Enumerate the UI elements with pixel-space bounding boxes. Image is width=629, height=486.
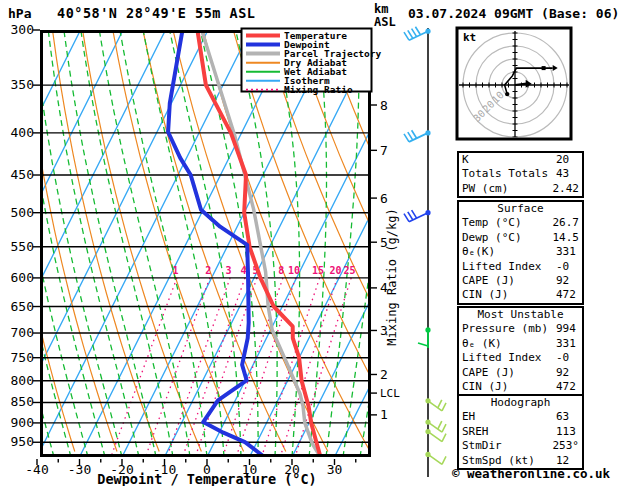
- mixing-ratio-axis-title: Mixing Ratio (g/kg): [385, 208, 399, 345]
- indices-label: SREH: [462, 425, 556, 439]
- indices-value: 92: [556, 366, 579, 380]
- km-tick-label: 2: [380, 367, 388, 382]
- mixing-ratio-label: 10: [288, 265, 300, 276]
- mixing-ratio-label: 15: [312, 265, 324, 276]
- indices-label: Temp (°C): [462, 216, 553, 230]
- indices-value: 14.5: [553, 231, 580, 245]
- legend-label: Mixing Ratio: [284, 84, 353, 95]
- mixing-ratio-line: [296, 278, 351, 455]
- indices-value: 26.7: [553, 216, 580, 230]
- indices-row: CIN (J)472: [459, 288, 582, 302]
- wet-adiabat-line: [0, 30, 3, 457]
- indices-row: CIN (J)472: [459, 380, 582, 394]
- indices-label: CAPE (J): [462, 366, 556, 380]
- temp-tick-label: 30: [327, 462, 343, 477]
- indices-label: PW (cm): [462, 182, 553, 196]
- indices-section-header: Surface: [459, 202, 582, 216]
- indices-box: HodographEH63SREH113StmDir253°StmSpd (kt…: [457, 394, 584, 470]
- indices-label: Lifted Index: [462, 260, 556, 274]
- indices-section-header: Hodograph: [459, 396, 582, 410]
- indices-value: 331: [556, 337, 579, 351]
- indices-row: Lifted Index-0: [459, 260, 582, 274]
- indices-row: θₑ(K)331: [459, 245, 582, 259]
- indices-row: Totals Totals43: [459, 167, 582, 181]
- indices-row: SREH113: [459, 425, 582, 439]
- indices-box: SurfaceTemp (°C)26.7Dewp (°C)14.5θₑ(K)33…: [457, 200, 584, 305]
- x-axis-title: Dewpoint / Temperature (°C): [97, 471, 316, 486]
- wind-barb: [418, 327, 431, 348]
- km-tick-label: 7: [380, 143, 388, 158]
- pressure-tick-label: 650: [11, 299, 34, 314]
- indices-label: CIN (J): [462, 380, 556, 394]
- indices-value: 20: [556, 153, 579, 167]
- wind-barb: [404, 210, 431, 222]
- temp-tick-label: -40: [25, 462, 48, 477]
- indices-box: K20Totals Totals43PW (cm)2.42: [457, 151, 584, 198]
- indices-row: θₑ (K)331: [459, 337, 582, 351]
- indices-value: 63: [556, 410, 579, 424]
- indices-label: Lifted Index: [462, 351, 556, 365]
- km-tick-label: 1: [380, 407, 388, 422]
- pressure-tick-label: 350: [11, 77, 34, 92]
- indices-label: K: [462, 153, 556, 167]
- indices-label: θₑ (K): [462, 337, 556, 351]
- hodograph: 102030kt: [457, 28, 571, 139]
- indices-label: θₑ(K): [462, 245, 556, 259]
- pressure-tick-label: 550: [11, 239, 34, 254]
- chart-legend: TemperatureDewpointParcel TrajectoryDry …: [242, 29, 382, 96]
- indices-row: PW (cm)2.42: [459, 182, 582, 196]
- wet-adiabat-line: [81, 30, 173, 457]
- indices-row: CAPE (J)92: [459, 366, 582, 380]
- indices-row: StmDir253°: [459, 439, 582, 453]
- indices-value: 12: [556, 454, 579, 468]
- sounding-page: hPa 40°58'N 28°49'E 55m ASL kmASL 03.07.…: [0, 0, 629, 486]
- mixing-ratio-label: 8: [278, 265, 284, 276]
- indices-row: K20: [459, 153, 582, 167]
- indices-label: CAPE (J): [462, 274, 556, 288]
- indices-label: Totals Totals: [462, 167, 556, 181]
- pressure-tick-label: 300: [11, 22, 34, 37]
- dry-adiabat-line: [83, 30, 202, 452]
- wet-adiabat-line: [34, 30, 123, 457]
- pressure-tick-label: 500: [11, 205, 34, 220]
- temp-tick-label: -30: [68, 462, 91, 477]
- pressure-tick-label: 750: [11, 350, 34, 365]
- indices-label: StmDir: [462, 439, 553, 453]
- mixing-ratio-label: 3: [226, 265, 232, 276]
- indices-value: 92: [556, 274, 579, 288]
- wind-barb-column: [404, 27, 446, 477]
- indices-row: Temp (°C)26.7: [459, 216, 582, 230]
- pressure-tick-label: 900: [11, 415, 34, 430]
- km-tick-label: 8: [380, 98, 388, 113]
- indices-row: Lifted Index-0: [459, 351, 582, 365]
- indices-box: Most UnstablePressure (mb)994θₑ (K)331Li…: [457, 306, 584, 396]
- mixing-ratio-label: 4: [240, 265, 246, 276]
- mixing-ratio-label: 1: [172, 265, 178, 276]
- pressure-tick-label: 800: [11, 373, 34, 388]
- indices-value: -0: [556, 260, 579, 274]
- pressure-tick-label: 600: [11, 270, 34, 285]
- indices-value: 113: [556, 425, 579, 439]
- wind-barb: [404, 27, 431, 40]
- indices-value: 472: [556, 288, 579, 302]
- indices-value: 331: [556, 245, 579, 259]
- mixing-ratio-label: 2: [205, 265, 211, 276]
- indices-label: EH: [462, 410, 556, 424]
- indices-value: 994: [556, 322, 579, 336]
- indices-value: -0: [556, 351, 579, 365]
- indices-value: 2.42: [553, 182, 580, 196]
- indices-label: StmSpd (kt): [462, 454, 556, 468]
- hodograph-unit-label: kt: [463, 31, 476, 44]
- mixing-ratio-label: 25: [343, 265, 355, 276]
- indices-row: CAPE (J)92: [459, 274, 582, 288]
- pressure-tick-label: 700: [11, 325, 34, 340]
- indices-label: CIN (J): [462, 288, 556, 302]
- wind-barb: [404, 130, 431, 142]
- km-tick-label: 6: [380, 191, 388, 206]
- indices-row: EH63: [459, 410, 582, 424]
- indices-section-header: Most Unstable: [459, 308, 582, 322]
- indices-label: Dewp (°C): [462, 231, 553, 245]
- mixing-ratio-label: 20: [329, 265, 341, 276]
- indices-row: Dewp (°C)14.5: [459, 231, 582, 245]
- pressure-tick-label: 400: [11, 125, 34, 140]
